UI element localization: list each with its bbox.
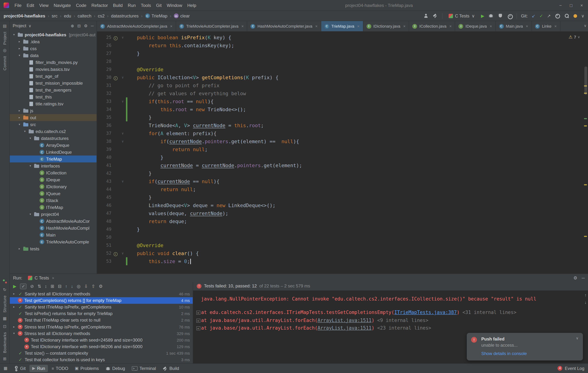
editor-tab[interactable]: CTrieMovieAutoCompleter.java× [176,21,247,31]
override-gutter-icon[interactable]: ↑ [111,73,119,81]
favorites-icon[interactable]: ▦ [3,316,7,321]
project-tree-item[interactable]: IITrieMap [10,204,96,211]
collapse-all-icon[interactable]: ⊟ [58,284,62,289]
stacktrace-link[interactable]: ArrayList.java:1511 [318,325,371,331]
project-tree-item[interactable]: ▸js [10,107,96,114]
ide-updates-icon[interactable] [574,14,577,18]
build-hammer-icon[interactable] [432,13,438,19]
tree-expanded-icon[interactable]: ▾ [23,130,27,133]
expand-all-icon[interactable]: ⊞ [51,284,54,289]
project-tree-item[interactable]: CTrieMap [10,155,96,163]
project-tree-item[interactable]: ▸css [10,45,96,52]
fold-icon[interactable]: ∨ [119,129,126,137]
next-failed-test-icon[interactable]: ↓ [71,284,73,289]
import-test-results-icon[interactable]: ⇩ [84,284,88,289]
tree-expanded-icon[interactable]: ▾ [28,213,32,216]
test-item[interactable]: ▸✓Sanity test ITrieMap isPrefix, getComp… [10,304,193,310]
debug-icon[interactable] [105,366,110,371]
menu-build[interactable]: Build [111,2,125,9]
breadcrumb-item[interactable]: mclear [174,13,190,18]
git-update-icon[interactable]: ↙ [532,13,535,18]
fold-icon[interactable]: ∨ [119,33,126,41]
close-icon[interactable]: × [357,24,359,28]
coverage-icon[interactable] [498,13,503,19]
editor-tab[interactable]: CLinke× [532,21,560,31]
fold-icon[interactable]: ∨ [119,177,126,185]
project-tree-item[interactable]: CAbstractMovieAutoCor [10,218,96,225]
close-icon[interactable]: × [555,24,557,28]
tree-expanded-icon[interactable]: ▾ [28,137,32,140]
event-log-label[interactable]: Event Log [565,366,584,371]
locate-file-icon[interactable]: ⊕ [71,23,74,28]
statusbar-item-terminal[interactable]: >_Terminal [129,365,159,372]
project-tree-item[interactable]: movies.basics.tsv [10,66,96,73]
breadcrumb-item[interactable]: src [52,13,58,18]
project-tree-item[interactable]: test_age_of [10,73,96,80]
statusbar-item-build[interactable]: Build [160,365,182,372]
fold-icon[interactable]: ∨ [119,249,126,257]
user-icon[interactable] [423,13,429,19]
chevron-down-icon[interactable]: ∨ [578,33,580,41]
project-tree-item[interactable]: IIStack [10,197,96,204]
chevron-down-icon[interactable]: ∨ [472,13,475,18]
test-item[interactable]: ▾×Stress test all IDictionary methods329… [10,330,193,337]
chevron-down-icon[interactable]: ∨ [29,23,32,28]
export-test-results-icon[interactable]: ⇧ [92,284,95,289]
close-icon[interactable]: × [580,3,583,8]
project-tree-item[interactable]: test_mission_impossible [10,80,96,87]
statusbar-item-git[interactable]: Git [10,365,29,372]
branch-icon[interactable] [13,366,18,371]
statusbar-item-run[interactable]: ▶Run [29,365,48,372]
breadcrumb-item[interactable]: project04-hawflakes [4,13,45,18]
show-passed-icon[interactable]: ✓ [20,283,27,289]
editor-tab[interactable]: IIDictionary.java× [363,21,409,31]
test-item[interactable]: ✓Test that collector function is used in… [10,357,193,363]
project-tree-item[interactable]: ▾src [10,121,96,128]
breadcrumb-item[interactable]: edu [64,13,71,18]
search-icon[interactable] [564,13,569,19]
close-icon[interactable]: × [403,24,406,28]
statusbar-item-todo[interactable]: ≡TODO [49,365,71,372]
breadcrumb-item[interactable]: CTrieMap [145,13,167,18]
run-configuration-tab[interactable]: C Tests × [26,275,56,281]
editor-tab[interactable]: CMain.java× [496,21,532,31]
project-tree-item[interactable]: CHashMovieAutoCompl [10,225,96,231]
project-tree-item[interactable]: ▸.idea [10,38,96,45]
close-icon[interactable]: × [449,24,452,28]
hide-panel-icon[interactable]: ─ [91,23,94,28]
tab-overflow-chevron-icon[interactable]: ∨ [584,24,587,28]
menu-git[interactable]: Git [154,2,164,9]
project-tree-item[interactable]: ▾interfaces [10,163,96,169]
project-tree-item[interactable]: ▾project04-hawflakes [project04-aut [10,31,96,38]
project-tree-item[interactable]: test_this [10,93,96,100]
git-commit-icon[interactable]: ✓ [539,13,543,18]
hide-run-panel-icon[interactable]: ─ [582,275,585,280]
test-item[interactable]: ×Test that ITrieMap clear sets root to n… [10,317,193,324]
project-tree-item[interactable]: test_the_avengers [10,87,96,93]
editor-tab[interactable]: CAbstractMovieAutoCompleter.java× [97,21,176,31]
stacktrace-link[interactable]: ArrayList.java:1511 [318,318,371,323]
tree-collapsed-icon[interactable]: ▸ [17,47,21,50]
breadcrumb-item[interactable]: datastructures [111,13,139,18]
test-item[interactable]: ▸✓Sanity test all IDictionary methods46 … [10,291,193,297]
test-item[interactable]: ▸×Stress test ITrieMap isPrefix, getComp… [10,324,193,330]
editor-tab[interactable]: CTrieMap.java× [321,21,363,31]
project-tree-item[interactable]: CLinkedDeque [10,149,96,155]
project-tree-item[interactable]: ▾project04 [10,211,96,218]
test-runner-settings-icon[interactable]: ⚙ [99,284,103,289]
project-tree-item[interactable]: IIQueue [10,190,96,197]
menu-window[interactable]: Window [164,2,185,9]
menu-navigate[interactable]: Navigate [51,2,74,9]
debug-icon[interactable] [488,13,494,19]
menu-tools[interactable]: Tools [138,2,154,9]
build-hammer-icon[interactable] [163,366,168,371]
project-tree-item[interactable]: CMain [10,231,96,238]
override-gutter-icon[interactable]: ↑ [111,33,119,41]
editor-tab[interactable]: IIDeque.java× [455,21,496,31]
test-item[interactable]: ✓Test isPrefix() returns false for empty… [10,310,193,317]
menu-edit[interactable]: Edit [24,2,37,9]
code-editor[interactable]: 25↑∨public boolean isPrefix(K key) {26 r… [97,32,588,274]
history-icon[interactable] [555,13,560,19]
tree-expanded-icon[interactable]: ▾ [28,164,32,167]
run-windows-icon[interactable] [2,279,7,284]
